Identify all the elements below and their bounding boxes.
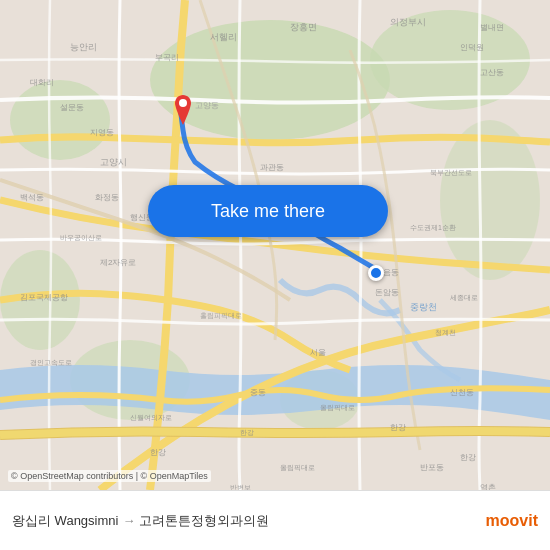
svg-text:지영동: 지영동 (90, 128, 114, 137)
map-container: 능안리 대화리 설문동 지영동 서헬리 장흥면 의정부시 인덕원 고산동 별내면… (0, 0, 550, 490)
map-background: 능안리 대화리 설문동 지영동 서헬리 장흥면 의정부시 인덕원 고산동 별내면… (0, 0, 550, 490)
svg-text:홀림피픽대로: 홀림피픽대로 (200, 312, 242, 320)
svg-text:대화리: 대화리 (30, 78, 54, 87)
svg-text:한강: 한강 (150, 448, 166, 457)
svg-text:과관동: 과관동 (260, 163, 284, 172)
svg-text:한강: 한강 (240, 429, 254, 436)
svg-text:올림픽대로: 올림픽대로 (320, 404, 355, 412)
svg-text:고산동: 고산동 (480, 68, 504, 77)
svg-text:역촌: 역촌 (480, 483, 496, 490)
svg-text:고양시: 고양시 (100, 157, 127, 167)
map-attribution: © OpenStreetMap contributors | © OpenMap… (8, 470, 211, 482)
svg-text:올림픽대로: 올림픽대로 (280, 464, 315, 472)
svg-text:고양동: 고양동 (195, 101, 219, 110)
svg-text:청계천: 청계천 (435, 329, 456, 336)
route-info: 왕십리 Wangsimni → 고려톤튼정형외과의원 (12, 512, 478, 530)
svg-point-3 (10, 80, 110, 160)
svg-point-6 (440, 120, 540, 280)
svg-text:의정부시: 의정부시 (390, 17, 426, 27)
svg-text:수도권제1순환: 수도권제1순환 (410, 224, 456, 231)
svg-text:반포동: 반포동 (420, 463, 444, 472)
moovit-brand-text: moovit (486, 512, 538, 530)
destination-pin (171, 95, 195, 125)
svg-text:신월여의자로: 신월여의자로 (130, 414, 172, 421)
route-arrow: → (122, 513, 135, 528)
svg-text:김포국제공항: 김포국제공항 (20, 293, 68, 302)
svg-text:부곡리: 부곡리 (155, 53, 179, 62)
svg-text:인덕원: 인덕원 (460, 43, 484, 52)
svg-text:서헬리: 서헬리 (210, 32, 237, 42)
take-me-there-button[interactable]: Take me there (148, 185, 388, 237)
bottom-bar: 왕십리 Wangsimni → 고려톤튼정형외과의원 moovit (0, 490, 550, 550)
svg-text:제2자유로: 제2자유로 (100, 258, 136, 267)
route-to: 고려톤튼정형외과의원 (139, 512, 269, 530)
svg-text:중랑천: 중랑천 (410, 302, 437, 312)
svg-text:백석동: 백석동 (20, 193, 44, 202)
svg-text:바우공이산로: 바우공이산로 (60, 234, 102, 242)
svg-text:한강: 한강 (460, 453, 476, 462)
svg-text:설문동: 설문동 (60, 103, 84, 112)
svg-text:장흥면: 장흥면 (290, 22, 317, 32)
svg-text:신천동: 신천동 (450, 388, 474, 397)
svg-text:한강: 한강 (390, 423, 406, 432)
svg-point-50 (179, 99, 187, 107)
moovit-logo: moovit (486, 512, 538, 530)
svg-text:서울: 서울 (310, 348, 326, 357)
svg-text:별내면: 별내면 (480, 23, 504, 32)
svg-text:돈암동: 돈암동 (375, 288, 399, 297)
svg-text:세종대로: 세종대로 (450, 294, 478, 301)
svg-text:능안리: 능안리 (70, 42, 97, 52)
origin-dot (368, 265, 384, 281)
svg-text:북부간선도로: 북부간선도로 (430, 169, 472, 177)
svg-text:화정동: 화정동 (95, 193, 119, 202)
svg-text:중동: 중동 (250, 388, 266, 397)
route-from: 왕십리 Wangsimni (12, 512, 118, 530)
svg-text:경인고속도로: 경인고속도로 (30, 359, 72, 367)
